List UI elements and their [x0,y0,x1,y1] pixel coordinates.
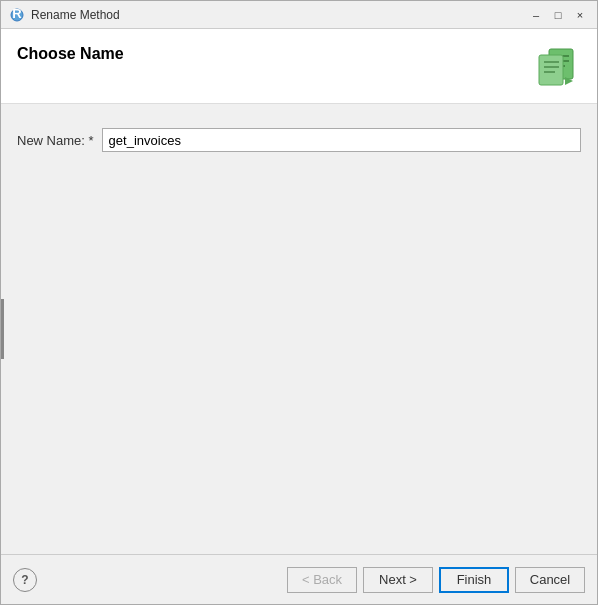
title-bar-icon: R [9,7,25,23]
title-bar: R Rename Method – □ × [1,1,597,29]
cancel-button[interactable]: Cancel [515,567,585,593]
wizard-icon [531,41,581,91]
window-controls: – □ × [527,6,589,24]
new-name-label: New Name: * [17,133,94,148]
rename-method-dialog: R Rename Method – □ × Choose Name [0,0,598,605]
content-area: Choose Name [1,29,597,554]
svg-text:R: R [12,8,22,21]
bottom-bar: ? < Back Next > Finish Cancel [1,554,597,604]
new-name-input[interactable] [102,128,581,152]
back-button[interactable]: < Back [287,567,357,593]
form-row: New Name: * [17,128,581,152]
finish-button[interactable]: Finish [439,567,509,593]
window-title: Rename Method [31,8,527,22]
nav-buttons: < Back Next > Finish Cancel [287,567,585,593]
required-marker: * [89,133,94,148]
close-button[interactable]: × [571,6,589,24]
svg-rect-6 [539,55,563,85]
sidebar-indicator [1,299,4,359]
header-section: Choose Name [1,29,597,104]
page-title-container: Choose Name [17,41,124,63]
minimize-button[interactable]: – [527,6,545,24]
help-button[interactable]: ? [13,568,37,592]
main-form: New Name: * [1,104,597,554]
maximize-button[interactable]: □ [549,6,567,24]
page-title: Choose Name [17,45,124,63]
next-button[interactable]: Next > [363,567,433,593]
